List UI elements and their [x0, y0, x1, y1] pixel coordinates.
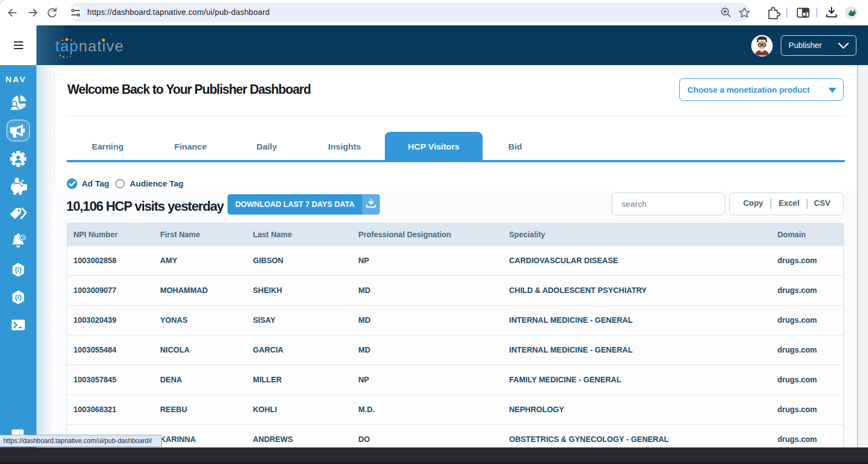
svg-text:{/}: {/} [15, 294, 22, 301]
svg-text:{/}: {/} [15, 266, 22, 274]
